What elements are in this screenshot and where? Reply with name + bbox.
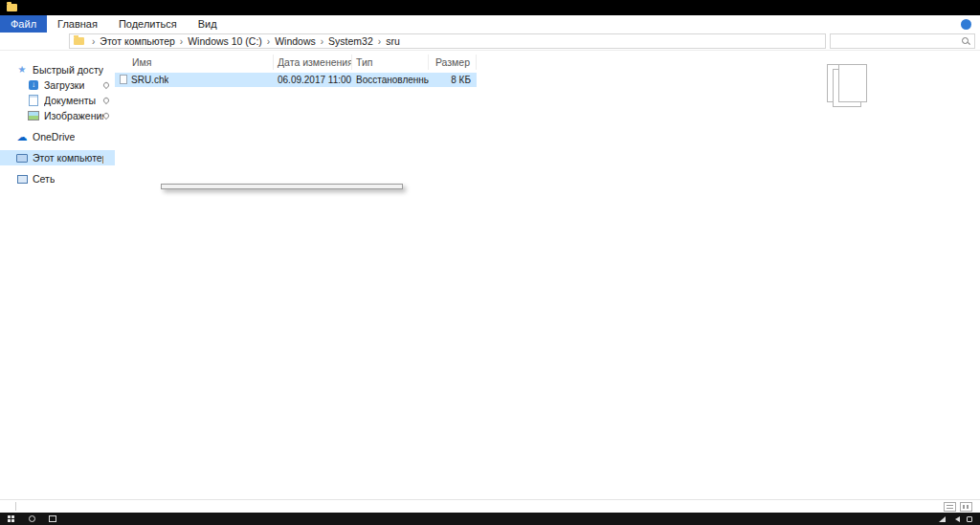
- breadcrumb-segment[interactable]: Windows 10 (C:): [175, 35, 262, 47]
- cortana-search-button[interactable]: [21, 513, 42, 525]
- volume-icon[interactable]: [952, 516, 960, 522]
- breadcrumb-segment[interactable]: Windows: [262, 35, 316, 47]
- breadcrumb: Этот компьютерWindows 10 (C:)WindowsSyst…: [87, 35, 813, 47]
- sidebar-item-label: Изображения: [44, 110, 103, 121]
- status-divider: [15, 502, 16, 511]
- sidebar-item-quick-access[interactable]: Быстрый доступ: [0, 62, 115, 77]
- notifications-icon[interactable]: [967, 516, 972, 522]
- sidebar-item-label: Этот компьютер: [33, 152, 103, 164]
- page-icon: [838, 64, 867, 102]
- sidebar-item-icon: [16, 64, 28, 76]
- ribbon-tab-bar: ФайлГлавнаяПоделитьсяВид: [0, 15, 980, 33]
- breadcrumb-segment[interactable]: System32: [316, 35, 373, 47]
- sidebar-item-icon: [28, 95, 39, 106]
- network-icon[interactable]: [939, 516, 946, 522]
- system-tray: [932, 516, 980, 522]
- sidebar-item-label: Сеть: [33, 173, 55, 185]
- close-button[interactable]: [954, 0, 980, 15]
- tab-view[interactable]: Вид: [188, 15, 228, 33]
- sidebar-item-label: Документы: [44, 95, 96, 106]
- help-icon[interactable]: [961, 19, 971, 30]
- column-header[interactable]: Размер: [429, 55, 477, 70]
- file-name: SRU.chk: [131, 75, 168, 85]
- sidebar-item-documents[interactable]: Документы: [0, 93, 115, 108]
- minimize-button[interactable]: [902, 0, 928, 15]
- navigation-pane: Быстрый доступ Загрузки Документы Изобра…: [0, 51, 115, 499]
- sidebar-item-network[interactable]: Сеть: [0, 171, 115, 186]
- status-bar: [0, 499, 980, 513]
- cortana-circle-icon: [29, 515, 35, 522]
- file-list: ИмяДата измененияТипРазмер SRU.chk 06.09…: [115, 51, 477, 499]
- file-icon: [120, 75, 127, 84]
- sidebar-item-label: OneDrive: [33, 131, 75, 142]
- explorer-window: ФайлГлавнаяПоделитьсяВид Этот компьютерW…: [0, 0, 980, 525]
- details-pane: [802, 51, 980, 499]
- ribbon-right-controls: [953, 15, 980, 33]
- column-header[interactable]: Тип: [352, 55, 429, 70]
- sidebar-item-onedrive[interactable]: OneDrive: [0, 129, 115, 144]
- pin-icon: [102, 97, 110, 104]
- context-menu: [161, 184, 403, 189]
- sidebar-item-downloads[interactable]: Загрузки: [0, 77, 115, 93]
- maximize-button[interactable]: [928, 0, 954, 15]
- windows-logo-icon: [8, 515, 11, 518]
- SRU.chk[interactable]: SRU.chk 06.09.2017 11:00 Восстановленны.…: [115, 73, 477, 87]
- large-icons-view-button[interactable]: [960, 502, 972, 512]
- ribbon-tabs: ФайлГлавнаяПоделитьсяВид: [0, 15, 228, 33]
- sidebar-item-icon: [16, 131, 28, 142]
- view-toggles: [944, 502, 972, 512]
- title-bar: [0, 0, 980, 15]
- navigation-bar: Этот компьютерWindows 10 (C:)WindowsSyst…: [0, 33, 980, 51]
- tab-share[interactable]: Поделиться: [108, 15, 188, 33]
- file-modified: 06.09.2017 11:00: [274, 75, 352, 85]
- window-controls: [902, 0, 980, 15]
- column-header[interactable]: Имя: [115, 55, 274, 70]
- tab-file[interactable]: Файл: [0, 15, 47, 33]
- column-header-row: ИмяДата измененияТипРазмер: [115, 51, 477, 73]
- file-type: Восстановленны...: [352, 75, 429, 85]
- explorer-app-icon: [7, 4, 17, 11]
- sidebar-item-icon: [16, 173, 28, 185]
- folder-icon: [74, 37, 84, 45]
- explorer-main: Быстрый доступ Загрузки Документы Изобра…: [0, 51, 980, 499]
- sidebar-item-this-pc[interactable]: Этот компьютер: [0, 150, 115, 165]
- search-icon[interactable]: [961, 36, 970, 46]
- breadcrumb-segment[interactable]: Этот компьютер: [87, 35, 175, 47]
- pin-icon: [102, 112, 110, 120]
- file-size: 8 КБ: [429, 75, 477, 85]
- sidebar-item-pictures[interactable]: Изображения: [0, 108, 115, 123]
- address-bar[interactable]: Этот компьютерWindows 10 (C:)WindowsSyst…: [69, 33, 826, 49]
- breadcrumb-segment[interactable]: sru: [373, 35, 400, 47]
- start-button[interactable]: [0, 513, 21, 525]
- task-view-icon: [49, 515, 56, 522]
- sidebar-item-icon: [16, 152, 28, 164]
- file-name-cell: SRU.chk: [115, 75, 274, 85]
- search-input[interactable]: [835, 36, 961, 47]
- search-box: [830, 33, 975, 49]
- sidebar-item-label: Загрузки: [44, 79, 84, 91]
- taskbar: [0, 513, 980, 525]
- file-rows: SRU.chk 06.09.2017 11:00 Восстановленны.…: [115, 73, 477, 87]
- sidebar-item-icon: [28, 79, 39, 91]
- task-view-button[interactable]: [42, 513, 63, 525]
- tab-home[interactable]: Главная: [47, 15, 108, 33]
- multi-file-stack-icon: [827, 64, 894, 118]
- pin-icon: [102, 81, 110, 89]
- details-view-button[interactable]: [944, 502, 956, 512]
- sidebar-item-label: Быстрый доступ: [33, 64, 103, 76]
- sidebar-item-icon: [28, 110, 39, 121]
- column-header[interactable]: Дата изменения: [274, 55, 352, 70]
